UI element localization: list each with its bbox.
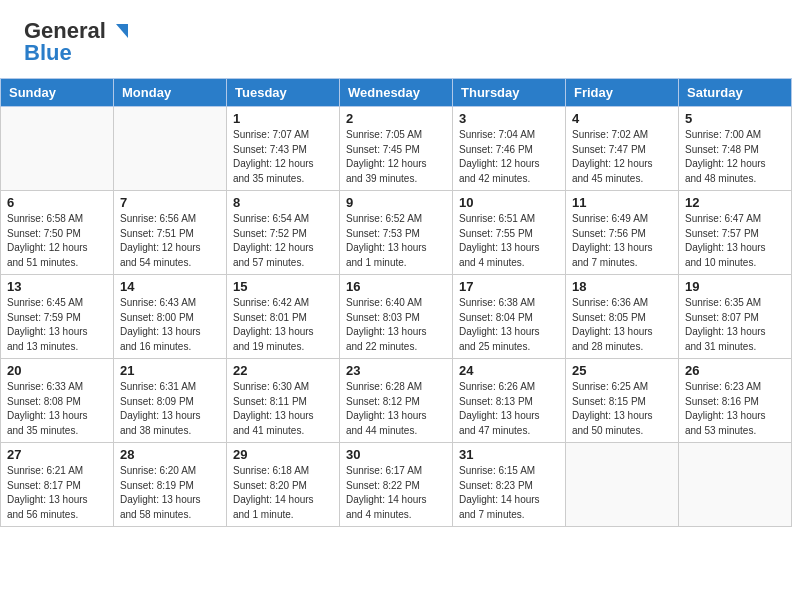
- svg-marker-0: [116, 24, 128, 38]
- day-detail: Sunrise: 6:33 AM Sunset: 8:08 PM Dayligh…: [7, 380, 108, 438]
- weekday-header-tuesday: Tuesday: [227, 79, 340, 107]
- day-detail: Sunrise: 7:00 AM Sunset: 7:48 PM Dayligh…: [685, 128, 786, 186]
- week-row-1: 1Sunrise: 7:07 AM Sunset: 7:43 PM Daylig…: [1, 107, 792, 191]
- weekday-header-row: SundayMondayTuesdayWednesdayThursdayFrid…: [1, 79, 792, 107]
- day-number: 1: [233, 111, 334, 126]
- day-number: 7: [120, 195, 221, 210]
- calendar-cell: [114, 107, 227, 191]
- calendar-cell: 13Sunrise: 6:45 AM Sunset: 7:59 PM Dayli…: [1, 275, 114, 359]
- day-detail: Sunrise: 6:40 AM Sunset: 8:03 PM Dayligh…: [346, 296, 447, 354]
- day-number: 30: [346, 447, 447, 462]
- day-detail: Sunrise: 6:51 AM Sunset: 7:55 PM Dayligh…: [459, 212, 560, 270]
- day-number: 9: [346, 195, 447, 210]
- day-number: 27: [7, 447, 108, 462]
- calendar-cell: 23Sunrise: 6:28 AM Sunset: 8:12 PM Dayli…: [340, 359, 453, 443]
- day-detail: Sunrise: 6:15 AM Sunset: 8:23 PM Dayligh…: [459, 464, 560, 522]
- day-number: 26: [685, 363, 786, 378]
- day-detail: Sunrise: 6:42 AM Sunset: 8:01 PM Dayligh…: [233, 296, 334, 354]
- weekday-header-saturday: Saturday: [679, 79, 792, 107]
- calendar-cell: 20Sunrise: 6:33 AM Sunset: 8:08 PM Dayli…: [1, 359, 114, 443]
- day-number: 16: [346, 279, 447, 294]
- calendar-cell: 7Sunrise: 6:56 AM Sunset: 7:51 PM Daylig…: [114, 191, 227, 275]
- calendar-cell: 15Sunrise: 6:42 AM Sunset: 8:01 PM Dayli…: [227, 275, 340, 359]
- day-detail: Sunrise: 6:25 AM Sunset: 8:15 PM Dayligh…: [572, 380, 673, 438]
- day-detail: Sunrise: 6:23 AM Sunset: 8:16 PM Dayligh…: [685, 380, 786, 438]
- day-number: 21: [120, 363, 221, 378]
- calendar-cell: 9Sunrise: 6:52 AM Sunset: 7:53 PM Daylig…: [340, 191, 453, 275]
- calendar-cell: 14Sunrise: 6:43 AM Sunset: 8:00 PM Dayli…: [114, 275, 227, 359]
- logo-blue-text: Blue: [24, 40, 72, 66]
- calendar-cell: [566, 443, 679, 527]
- day-detail: Sunrise: 6:21 AM Sunset: 8:17 PM Dayligh…: [7, 464, 108, 522]
- day-number: 5: [685, 111, 786, 126]
- calendar-cell: 29Sunrise: 6:18 AM Sunset: 8:20 PM Dayli…: [227, 443, 340, 527]
- day-detail: Sunrise: 6:38 AM Sunset: 8:04 PM Dayligh…: [459, 296, 560, 354]
- day-detail: Sunrise: 6:31 AM Sunset: 8:09 PM Dayligh…: [120, 380, 221, 438]
- week-row-5: 27Sunrise: 6:21 AM Sunset: 8:17 PM Dayli…: [1, 443, 792, 527]
- day-detail: Sunrise: 6:28 AM Sunset: 8:12 PM Dayligh…: [346, 380, 447, 438]
- calendar-cell: 2Sunrise: 7:05 AM Sunset: 7:45 PM Daylig…: [340, 107, 453, 191]
- day-number: 14: [120, 279, 221, 294]
- day-detail: Sunrise: 6:36 AM Sunset: 8:05 PM Dayligh…: [572, 296, 673, 354]
- day-number: 20: [7, 363, 108, 378]
- calendar-cell: 6Sunrise: 6:58 AM Sunset: 7:50 PM Daylig…: [1, 191, 114, 275]
- calendar-cell: 18Sunrise: 6:36 AM Sunset: 8:05 PM Dayli…: [566, 275, 679, 359]
- calendar-cell: 16Sunrise: 6:40 AM Sunset: 8:03 PM Dayli…: [340, 275, 453, 359]
- calendar-cell: 17Sunrise: 6:38 AM Sunset: 8:04 PM Dayli…: [453, 275, 566, 359]
- day-detail: Sunrise: 6:18 AM Sunset: 8:20 PM Dayligh…: [233, 464, 334, 522]
- day-number: 17: [459, 279, 560, 294]
- calendar-cell: 10Sunrise: 6:51 AM Sunset: 7:55 PM Dayli…: [453, 191, 566, 275]
- day-number: 23: [346, 363, 447, 378]
- day-detail: Sunrise: 6:56 AM Sunset: 7:51 PM Dayligh…: [120, 212, 221, 270]
- day-number: 19: [685, 279, 786, 294]
- calendar-cell: 12Sunrise: 6:47 AM Sunset: 7:57 PM Dayli…: [679, 191, 792, 275]
- week-row-3: 13Sunrise: 6:45 AM Sunset: 7:59 PM Dayli…: [1, 275, 792, 359]
- calendar-cell: [679, 443, 792, 527]
- day-number: 13: [7, 279, 108, 294]
- day-number: 12: [685, 195, 786, 210]
- day-number: 11: [572, 195, 673, 210]
- weekday-header-wednesday: Wednesday: [340, 79, 453, 107]
- day-detail: Sunrise: 6:45 AM Sunset: 7:59 PM Dayligh…: [7, 296, 108, 354]
- calendar-cell: 22Sunrise: 6:30 AM Sunset: 8:11 PM Dayli…: [227, 359, 340, 443]
- logo: General Blue: [24, 18, 130, 66]
- day-detail: Sunrise: 7:02 AM Sunset: 7:47 PM Dayligh…: [572, 128, 673, 186]
- calendar-cell: [1, 107, 114, 191]
- logo-icon: [108, 20, 130, 42]
- week-row-4: 20Sunrise: 6:33 AM Sunset: 8:08 PM Dayli…: [1, 359, 792, 443]
- calendar-cell: 27Sunrise: 6:21 AM Sunset: 8:17 PM Dayli…: [1, 443, 114, 527]
- weekday-header-sunday: Sunday: [1, 79, 114, 107]
- day-detail: Sunrise: 6:49 AM Sunset: 7:56 PM Dayligh…: [572, 212, 673, 270]
- day-detail: Sunrise: 6:58 AM Sunset: 7:50 PM Dayligh…: [7, 212, 108, 270]
- day-detail: Sunrise: 6:20 AM Sunset: 8:19 PM Dayligh…: [120, 464, 221, 522]
- calendar-cell: 4Sunrise: 7:02 AM Sunset: 7:47 PM Daylig…: [566, 107, 679, 191]
- day-number: 15: [233, 279, 334, 294]
- day-number: 2: [346, 111, 447, 126]
- day-detail: Sunrise: 6:26 AM Sunset: 8:13 PM Dayligh…: [459, 380, 560, 438]
- day-detail: Sunrise: 7:04 AM Sunset: 7:46 PM Dayligh…: [459, 128, 560, 186]
- day-detail: Sunrise: 6:47 AM Sunset: 7:57 PM Dayligh…: [685, 212, 786, 270]
- calendar-table: SundayMondayTuesdayWednesdayThursdayFrid…: [0, 78, 792, 527]
- day-detail: Sunrise: 6:30 AM Sunset: 8:11 PM Dayligh…: [233, 380, 334, 438]
- day-number: 22: [233, 363, 334, 378]
- day-number: 3: [459, 111, 560, 126]
- weekday-header-monday: Monday: [114, 79, 227, 107]
- calendar-cell: 24Sunrise: 6:26 AM Sunset: 8:13 PM Dayli…: [453, 359, 566, 443]
- day-number: 10: [459, 195, 560, 210]
- calendar-cell: 1Sunrise: 7:07 AM Sunset: 7:43 PM Daylig…: [227, 107, 340, 191]
- calendar-cell: 11Sunrise: 6:49 AM Sunset: 7:56 PM Dayli…: [566, 191, 679, 275]
- calendar-cell: 28Sunrise: 6:20 AM Sunset: 8:19 PM Dayli…: [114, 443, 227, 527]
- calendar-cell: 31Sunrise: 6:15 AM Sunset: 8:23 PM Dayli…: [453, 443, 566, 527]
- weekday-header-friday: Friday: [566, 79, 679, 107]
- day-detail: Sunrise: 7:07 AM Sunset: 7:43 PM Dayligh…: [233, 128, 334, 186]
- day-detail: Sunrise: 6:43 AM Sunset: 8:00 PM Dayligh…: [120, 296, 221, 354]
- day-number: 29: [233, 447, 334, 462]
- calendar-cell: 30Sunrise: 6:17 AM Sunset: 8:22 PM Dayli…: [340, 443, 453, 527]
- calendar-cell: 26Sunrise: 6:23 AM Sunset: 8:16 PM Dayli…: [679, 359, 792, 443]
- week-row-2: 6Sunrise: 6:58 AM Sunset: 7:50 PM Daylig…: [1, 191, 792, 275]
- day-detail: Sunrise: 6:35 AM Sunset: 8:07 PM Dayligh…: [685, 296, 786, 354]
- day-number: 18: [572, 279, 673, 294]
- day-number: 4: [572, 111, 673, 126]
- calendar-cell: 19Sunrise: 6:35 AM Sunset: 8:07 PM Dayli…: [679, 275, 792, 359]
- day-detail: Sunrise: 6:54 AM Sunset: 7:52 PM Dayligh…: [233, 212, 334, 270]
